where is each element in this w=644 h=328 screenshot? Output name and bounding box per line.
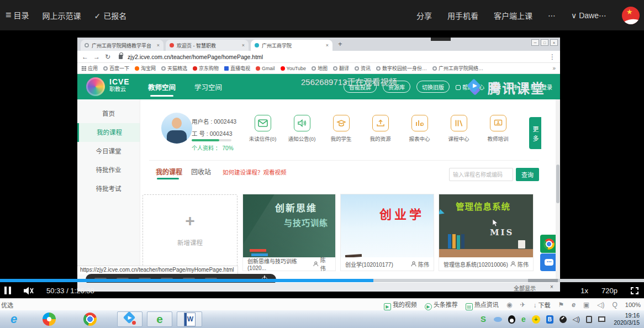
seek-bar[interactable] [0,279,644,282]
watch-on-phone-button[interactable]: 用手机看 [447,10,478,21]
tab-gzgs-platform[interactable]: 广州工商学院网络教学平台 × [81,40,163,51]
share-button[interactable]: 分享 [416,10,432,21]
safety-plus-icon[interactable]: + [532,315,540,324]
logout-button[interactable]: 退出登录 [524,83,552,91]
tray-clock[interactable]: 19:16 2020/3/15 [614,312,640,326]
resource-library-button[interactable]: 资源库 [383,81,410,93]
user-avatar[interactable] [490,82,500,92]
course-center-action[interactable]: 课程中心 [439,115,478,142]
sidebar-item-my-courses[interactable]: 我的课程 [77,123,140,142]
bookmark-translate[interactable]: 翻译 [333,65,349,72]
quality-button[interactable]: 720p [601,287,617,295]
scrollbar-thumb[interactable] [556,165,559,203]
speed-button[interactable]: 1x [580,287,588,295]
bookmarks-overflow-icon[interactable]: » [552,65,556,71]
online-demo-course-link[interactable]: 网上示范课 [42,10,81,21]
bookmark-maps[interactable]: 地图 [312,65,328,72]
sound-icon[interactable]: ◁) [597,301,604,309]
bookmark-baidu[interactable]: 百度一下 [103,65,129,72]
course-card-innovation[interactable]: 创新思维 与技巧训练 创新思维与技巧训练(1020... 陈伟 [243,194,335,271]
tab-gzgs-college-active[interactable]: 广州工商学院 × [251,40,332,51]
avatar[interactable]: ★ [622,7,640,24]
green-browser-taskbar-icon[interactable]: e [147,311,172,327]
my-videos-button[interactable]: ▶我的视频 [384,300,417,310]
close-icon[interactable]: × [550,39,558,46]
360se-tray-icon[interactable]: e [521,315,526,324]
tab-recycle-bin[interactable]: 回收站 [191,167,211,176]
new-tab-button[interactable]: + [338,40,342,48]
course-card-entrepreneurship[interactable]: 创业学 创业学(102010177) 陈伟 [341,194,434,271]
header-username[interactable]: 陈伟 [506,83,518,91]
pause-button[interactable] [4,287,11,294]
my-students-action[interactable]: 我的学生 [321,115,361,142]
network-icon[interactable] [598,316,605,322]
nav-learning-space[interactable]: 学习空间 [194,82,222,92]
word-taskbar-icon[interactable]: W [177,311,202,327]
volume-icon[interactable]: ◁) [573,315,580,323]
maximize-icon[interactable]: □ [541,39,548,46]
download-button[interactable]: ↓ 下载 [533,300,550,309]
search-icon[interactable]: Q [613,301,617,309]
bookmark-tmall[interactable]: 天猫精选 [161,65,187,72]
url-text[interactable]: zjy2.icve.com.cn/teacher/homePage/homePa… [128,54,263,60]
chrome-taskbar-icon[interactable] [77,311,103,327]
fullscreen-icon[interactable] [631,287,638,294]
teacher-training-action[interactable]: 教师培训 [478,115,518,142]
tab-close-icon[interactable]: × [326,43,329,48]
power-plug-icon[interactable] [586,316,592,323]
profile-photo[interactable] [161,113,192,144]
youxuan-label[interactable]: 优选 [1,300,13,309]
tab-close-icon[interactable]: × [157,43,160,48]
bookmark-live-tv[interactable]: 直播电视 [224,65,250,72]
add-course-card[interactable]: + 新增课程 [142,194,237,271]
rocket-icon[interactable]: ✈ [520,301,525,309]
flag-icon[interactable]: ⚑ [558,301,564,309]
window-icon[interactable]: ▣ [583,301,589,309]
tab-welcome-zhihuizhijiao[interactable]: 欢迎页 - 智慧职教 × [166,40,249,51]
profile-completeness[interactable]: 个人资料 ： 70% [192,144,234,152]
back-icon[interactable]: ← [82,53,88,61]
minimize-icon[interactable]: ─ [531,39,539,46]
course-search-input[interactable] [449,168,513,181]
zoom-level[interactable]: 100% [625,301,641,308]
bookmark-campus-id[interactable]: 数字校园统一身份… [376,65,427,72]
more-button[interactable]: 更多 [529,117,541,149]
user-menu[interactable]: ∨ Dawe⋯ [571,11,606,20]
client-class-button[interactable]: 客户端上课 [494,10,532,21]
satellite-icon[interactable] [559,316,567,323]
forward-icon[interactable]: → [93,53,100,61]
browser-menu-icon[interactable]: ⋮ [549,53,556,61]
sidebar-item-pending-homework[interactable]: 待批作业 [77,161,140,179]
sidebar-item-today-class[interactable]: 今日课堂 [77,142,140,161]
bookmark-youtube[interactable]: YouTube [281,66,306,71]
smart-cast-button[interactable]: 智能投屏 [344,81,377,93]
headlines-button[interactable]: ▶头条推荐 [425,300,458,310]
bookmark-taobao[interactable]: 淘宝网 [135,65,156,72]
speedometer-icon[interactable]: ◉ [506,301,512,309]
ie-taskbar-icon[interactable]: e [1,311,27,327]
messenger-fish-icon[interactable] [494,317,502,322]
sogou-input-icon[interactable]: S [479,315,488,324]
help-center-link[interactable]: 帮助中心 [456,83,484,91]
more-menu-button[interactable]: ⋯ [548,11,556,20]
sidebar-item-home[interactable]: 首页 [77,104,140,123]
bluetooth-icon[interactable]: B [546,315,553,324]
my-resources-action[interactable]: 我的资源 [361,115,400,142]
qq-icon[interactable] [508,315,515,324]
apps-shortcut[interactable]: 应用 [82,65,98,72]
page-scrollbar[interactable] [556,99,560,283]
how-to-build-course-link[interactable]: 如何建设课程？观看视频 [223,168,287,176]
hot-news-button[interactable]: ▤热点资讯 [466,300,499,310]
bookmark-gzgs-network[interactable]: 广州工商学院网络… [432,65,483,72]
course-card-mis[interactable]: 管理信息系统 MIS 管理信息系统(102010006) 陈伟 [439,194,533,271]
ie-icon[interactable]: e [572,301,576,309]
notices-action[interactable]: 通知公告(0) [282,115,321,142]
unread-mail-action[interactable]: 未读信件(0) [243,115,282,142]
nav-teacher-space[interactable]: 教师空间 [148,82,176,92]
menu-button[interactable]: ≡ 目录 [6,9,29,21]
bookmark-news[interactable]: 资讯 [355,65,371,72]
reload-icon[interactable]: ↻ [105,53,110,61]
sidebar-item-pending-exams[interactable]: 待批考试 [77,179,140,198]
360-browser-taskbar-icon[interactable] [36,311,62,327]
mute-icon[interactable] [23,286,34,295]
